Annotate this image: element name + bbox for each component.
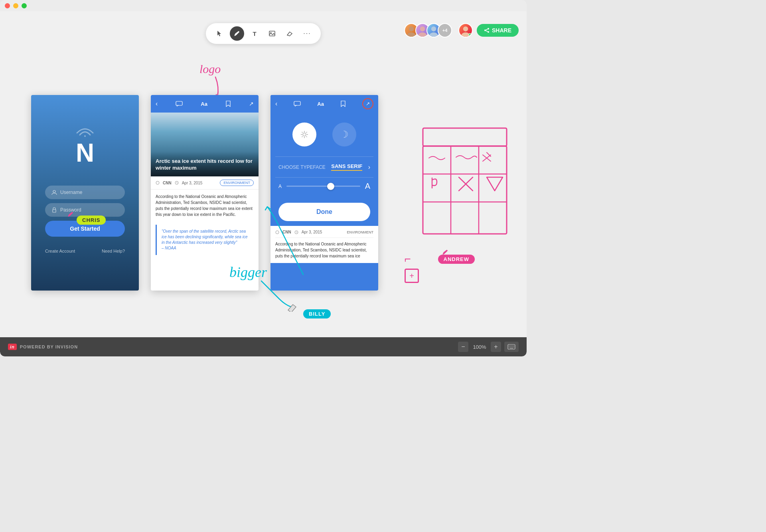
svg-point-16 bbox=[53, 190, 55, 193]
reader-back-icon[interactable]: ‹ bbox=[275, 100, 277, 107]
more-tool[interactable]: ··· bbox=[300, 26, 314, 41]
eraser-svg bbox=[286, 303, 298, 312]
wifi-icon bbox=[75, 123, 95, 137]
reader-size-row: A A bbox=[270, 178, 378, 195]
user-icon bbox=[51, 190, 57, 195]
typeface-label: CHOOSE TYPEFACE bbox=[278, 164, 326, 170]
size-small-label: A bbox=[278, 184, 282, 189]
light-theme-btn[interactable] bbox=[292, 123, 316, 146]
zoom-in-button[interactable]: + bbox=[491, 342, 501, 352]
svg-line-13 bbox=[486, 29, 488, 30]
login-footer: Create Account Need Help? bbox=[45, 249, 125, 253]
clock-icon bbox=[175, 181, 179, 185]
article-source: CNN bbox=[163, 181, 172, 185]
back-icon[interactable]: ‹ bbox=[156, 100, 158, 107]
reader-source-icon bbox=[275, 230, 279, 234]
username-field[interactable]: Username bbox=[45, 186, 125, 199]
reader-article-meta: CNN Apr 3, 2015 ENVIRONMENT bbox=[275, 230, 373, 238]
logo-annotation-text: logo bbox=[199, 62, 221, 75]
cursor-tool[interactable] bbox=[212, 26, 227, 41]
reader-source: CNN bbox=[282, 230, 291, 234]
login-fields: Username Password Get Started bbox=[45, 186, 125, 237]
zoom-controls: − 100% + bbox=[458, 342, 519, 352]
article-header: ‹ Aa ↗ bbox=[151, 95, 259, 113]
svg-point-4 bbox=[420, 26, 425, 31]
zoom-value: 100% bbox=[472, 344, 488, 350]
password-field[interactable]: Password bbox=[45, 203, 125, 217]
article-date: Apr 3, 2015 bbox=[182, 181, 203, 185]
comment-icon bbox=[176, 101, 183, 107]
zoom-out-button[interactable]: − bbox=[458, 342, 468, 352]
external-link-icon[interactable]: ↗ bbox=[249, 101, 254, 107]
size-large-label: A bbox=[365, 182, 370, 191]
typeface-value-area: SANS SERIF bbox=[331, 163, 362, 171]
need-help-link[interactable]: Need Help? bbox=[102, 249, 125, 253]
create-account-link[interactable]: Create Account bbox=[45, 249, 75, 253]
typeface-btn[interactable]: Aa bbox=[201, 101, 207, 107]
svg-rect-18 bbox=[176, 101, 182, 105]
avatar-group: +4 bbox=[404, 23, 452, 38]
external-link-circled[interactable]: ↗ bbox=[362, 98, 373, 109]
svg-point-7 bbox=[429, 32, 438, 38]
svg-point-2 bbox=[409, 26, 414, 31]
pencil-icon bbox=[67, 211, 74, 218]
reader-clock-icon bbox=[294, 230, 298, 234]
pen-tool[interactable] bbox=[230, 26, 244, 41]
article-title: Arctic sea ice extent hits record low fo… bbox=[156, 158, 254, 172]
reader-tag: ENVIRONMENT bbox=[347, 230, 373, 234]
reader-comment-icon bbox=[294, 101, 301, 107]
svg-point-12 bbox=[488, 31, 489, 33]
reader-typeface-btn[interactable]: Aa bbox=[317, 101, 324, 107]
lock-icon bbox=[51, 207, 57, 213]
svg-line-29 bbox=[306, 132, 307, 133]
traffic-light-fullscreen[interactable] bbox=[22, 3, 27, 8]
keyboard-icon-svg bbox=[507, 344, 515, 350]
share-icon bbox=[484, 28, 490, 33]
svg-point-10 bbox=[488, 28, 489, 30]
traffic-light-minimize[interactable] bbox=[13, 3, 18, 8]
text-tool-icon: T bbox=[253, 30, 256, 37]
svg-point-6 bbox=[431, 26, 436, 31]
bookmark-icon bbox=[225, 101, 231, 107]
bigger-annotation: bigger bbox=[221, 259, 301, 309]
typeface-chevron[interactable]: › bbox=[368, 164, 370, 171]
login-logo-n: N bbox=[76, 140, 94, 166]
svg-point-3 bbox=[407, 32, 415, 38]
size-slider[interactable] bbox=[286, 186, 360, 187]
invision-logo: in bbox=[8, 344, 17, 350]
article-body: According to the National Oceanic and At… bbox=[151, 190, 259, 222]
billy-user-label: BILLY bbox=[303, 309, 331, 318]
article-image-overlay: Arctic sea ice extent hits record low fo… bbox=[151, 152, 259, 176]
bottom-bar: in POWERED BY INVISION − 100% + bbox=[0, 337, 527, 356]
size-slider-thumb[interactable] bbox=[327, 183, 334, 190]
wifi-icon-area bbox=[75, 123, 95, 138]
invision-badge: in POWERED BY INVISION bbox=[8, 344, 78, 350]
eraser-tool[interactable] bbox=[282, 26, 297, 41]
reader-article-bottom: CNN Apr 3, 2015 ENVIRONMENT According to… bbox=[270, 226, 378, 263]
keyboard-button[interactable] bbox=[504, 342, 519, 352]
image-tool[interactable] bbox=[265, 26, 279, 41]
sun-icon bbox=[300, 130, 309, 139]
svg-point-5 bbox=[418, 32, 426, 38]
reader-header: ‹ Aa ↗ bbox=[270, 95, 378, 113]
more-icon: ··· bbox=[303, 30, 311, 37]
typeface-value: SANS SERIF bbox=[331, 163, 362, 171]
svg-point-22 bbox=[303, 133, 306, 136]
text-tool[interactable]: T bbox=[247, 26, 262, 41]
done-button[interactable]: Done bbox=[278, 203, 370, 221]
chris-pencil-icon bbox=[67, 211, 74, 220]
svg-line-28 bbox=[306, 136, 307, 137]
reader-article-body: According to the National Oceanic and At… bbox=[275, 241, 373, 259]
svg-point-19 bbox=[156, 181, 159, 184]
reader-typeface-row: CHOOSE TYPEFACE SANS SERIF › bbox=[270, 157, 378, 177]
svg-rect-33 bbox=[423, 128, 507, 146]
article-image: Arctic sea ice extent hits record low fo… bbox=[151, 113, 259, 176]
svg-line-30 bbox=[302, 136, 303, 137]
header-right: +4 SHARE bbox=[404, 23, 519, 38]
dark-theme-btn[interactable]: ☽ bbox=[332, 123, 356, 146]
svg-point-11 bbox=[484, 30, 486, 31]
svg-point-15 bbox=[84, 135, 86, 137]
svg-line-27 bbox=[302, 132, 303, 133]
share-button[interactable]: SHARE bbox=[477, 24, 519, 37]
traffic-light-close[interactable] bbox=[5, 3, 10, 8]
